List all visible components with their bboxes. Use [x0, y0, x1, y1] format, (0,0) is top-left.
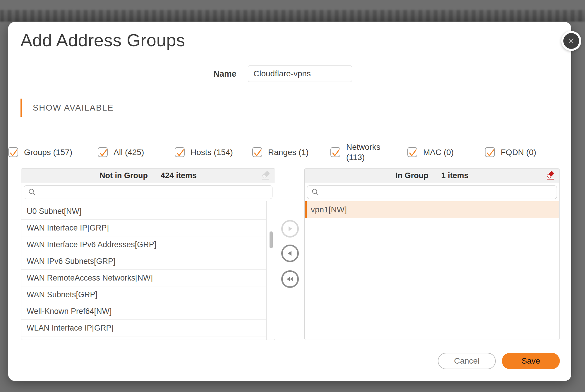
list-item[interactable]: vpn1[NW]: [305, 201, 559, 218]
section-accent-bar: [20, 99, 22, 117]
filter-label: Hosts (154): [191, 147, 233, 157]
arrow-right-icon: [286, 224, 294, 233]
list-item-label: WAN Interface IP[GRP]: [27, 223, 109, 232]
filter-checkbox-item[interactable]: Networks (113): [330, 139, 380, 165]
check-icon: [252, 147, 264, 159]
not-in-group-rows: U0 Subnet[NW] WAN Interface IP[GRP] WAN …: [21, 203, 275, 336]
check-icon: [8, 147, 20, 159]
in-group-panel: In Group 1 items: [304, 168, 560, 340]
type-filter-row: All (425) Hosts (154) Ranges (1): [8, 139, 571, 165]
filter-checkbox-item[interactable]: Hosts (154): [175, 139, 233, 165]
check-icon: [97, 147, 109, 159]
search-input[interactable]: [40, 186, 268, 199]
not-in-group-list: U0 Subnet[NW] WAN Interface IP[GRP] WAN …: [21, 201, 275, 340]
panel-title: Not in Group: [99, 171, 148, 180]
filter-label: Networks (113): [346, 142, 380, 162]
in-group-rows: vpn1[NW]: [305, 201, 559, 218]
in-group-search: [307, 185, 557, 199]
scrollbar-thumb[interactable]: [270, 231, 273, 248]
search-icon: [28, 188, 37, 197]
filter-label: Groups (157): [24, 147, 72, 157]
filter-label: Ranges (1): [268, 147, 309, 157]
dialog-title: Add Address Groups: [20, 30, 185, 50]
list-item-label: Well-Known Pref64[NW]: [27, 307, 112, 316]
filter-checkbox-item[interactable]: All (425): [98, 139, 144, 165]
check-icon: [484, 147, 497, 159]
filter-checkbox-item[interactable]: Groups (157): [8, 139, 72, 165]
filter-checkbox-item[interactable]: MAC (0): [407, 139, 454, 165]
list-item[interactable]: WAN Interface IP[GRP]: [21, 220, 266, 236]
not-in-group-search: [24, 185, 272, 199]
name-input[interactable]: [248, 66, 352, 82]
list-item-label: U0 Subnet[NW]: [27, 207, 82, 216]
list-item[interactable]: WAN Subnets[GRP]: [21, 286, 266, 303]
in-group-header: In Group 1 items: [305, 169, 559, 183]
filter-label: All (425): [114, 147, 144, 157]
double-arrow-left-icon: [285, 275, 295, 283]
list-item-label: WAN RemoteAccess Networks[NW]: [27, 274, 153, 282]
checkbox-checked[interactable]: [98, 147, 108, 157]
panel-item-count: 1 items: [441, 171, 469, 180]
list-item-label: WLAN Interface IP[GRP]: [27, 324, 114, 332]
eraser-icon: [261, 171, 271, 181]
list-item-label: WAN Subnets[GRP]: [27, 290, 97, 299]
scrollbar-track: [266, 201, 267, 340]
save-button[interactable]: Save: [502, 353, 560, 369]
cancel-button[interactable]: Cancel: [438, 353, 496, 369]
list-item[interactable]: U0 Subnet[NW]: [21, 203, 266, 220]
close-button[interactable]: [561, 31, 581, 51]
background-page-content: [0, 10, 585, 22]
list-item-label: vpn1[NW]: [311, 205, 347, 214]
arrow-left-icon: [286, 249, 294, 258]
show-available-section: SHOW AVAILABLE: [20, 99, 114, 117]
clear-group-button[interactable]: [545, 171, 556, 181]
check-icon: [330, 147, 342, 159]
search-icon: [311, 188, 320, 197]
not-in-group-header: Not in Group 424 items: [21, 169, 275, 183]
panel-item-count: 424 items: [161, 171, 197, 180]
close-icon: [567, 37, 575, 45]
filter-checkbox-item[interactable]: FQDN (0): [485, 139, 536, 165]
list-item-label: WAN IPv6 Subnets[GRP]: [27, 257, 116, 266]
checkbox-checked[interactable]: [8, 147, 18, 157]
list-item[interactable]: WLAN Interface IP[GRP]: [21, 320, 266, 336]
checkbox-checked[interactable]: [407, 147, 417, 157]
move-to-group-button[interactable]: [281, 220, 299, 238]
in-group-list: vpn1[NW]: [305, 201, 559, 340]
checkbox-checked[interactable]: [252, 147, 262, 157]
not-in-group-panel: Not in Group 424 items: [21, 168, 275, 340]
filter-label: FQDN (0): [501, 147, 536, 157]
list-item[interactable]: WAN Interface IPv6 Addresses[GRP]: [21, 236, 266, 253]
checkbox-checked[interactable]: [485, 147, 495, 157]
add-address-groups-dialog: Add Address Groups Name SHOW AVAILABLE A…: [8, 22, 571, 381]
panel-title: In Group: [395, 171, 428, 180]
remove-all-from-group-button[interactable]: [281, 270, 299, 288]
search-input[interactable]: [323, 186, 553, 199]
remove-from-group-button[interactable]: [281, 245, 299, 262]
checkbox-checked[interactable]: [330, 147, 340, 157]
checkbox-checked[interactable]: [175, 147, 185, 157]
section-label: SHOW AVAILABLE: [33, 99, 114, 117]
list-item-label: WAN Interface IPv6 Addresses[GRP]: [27, 240, 156, 249]
check-icon: [407, 147, 419, 159]
eraser-icon: [545, 171, 556, 181]
list-item[interactable]: WAN RemoteAccess Networks[NW]: [21, 270, 266, 286]
filter-checkbox-item[interactable]: Ranges (1): [252, 139, 309, 165]
list-item[interactable]: WAN IPv6 Subnets[GRP]: [21, 253, 266, 270]
clear-selection-button[interactable]: [261, 171, 271, 181]
name-field-label: Name: [190, 66, 236, 82]
check-icon: [174, 147, 186, 159]
filter-label: MAC (0): [423, 147, 454, 157]
list-item[interactable]: Well-Known Pref64[NW]: [21, 303, 266, 320]
